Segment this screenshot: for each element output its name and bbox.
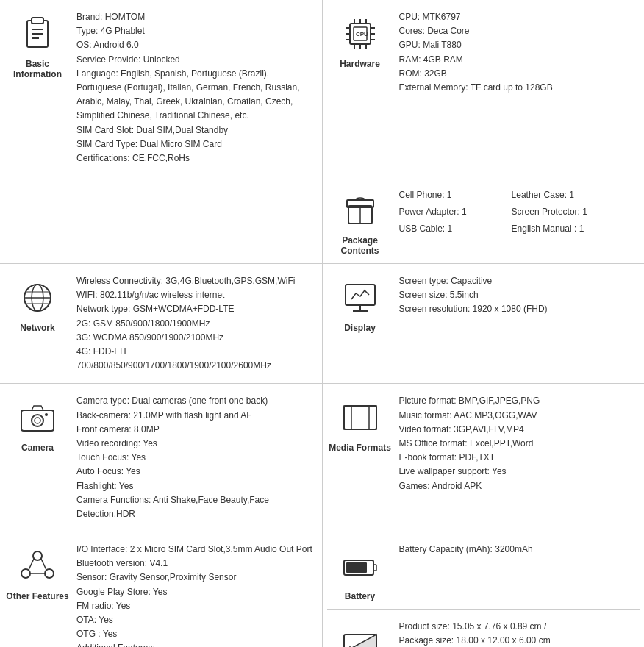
package-table: Cell Phone: 1Leather Case: 1Power Adapte… — [399, 187, 637, 238]
display-content: Screen type: CapacitiveScreen size: 5.5i… — [393, 271, 640, 376]
section-package: Package ContentsCell Phone: 1Leather Cas… — [0, 176, 644, 264]
svg-rect-36 — [344, 406, 351, 429]
battery-subsection: BatteryBattery Capacity (mAh): 3200mAh — [327, 540, 640, 610]
basic-info-content: Brand: HOMTOMType: 4G PhabletOS: Android… — [71, 7, 318, 168]
package-row: Power Adapter: 1Screen Protector: 1 — [399, 204, 637, 221]
other-features-line: Additional Features: — [76, 641, 315, 647]
hardware-line: GPU: Mali T880 — [399, 38, 637, 52]
dimensions-icon-area: Dimensions and Weight — [327, 617, 393, 647]
svg-point-48 — [45, 569, 54, 578]
network-line: Wireless Connectivity: 3G,4G,Bluetooth,G… — [76, 274, 315, 288]
other-features-label: Other Features — [6, 591, 68, 601]
media-section: Media FormatsPicture format: BMP,GIF,JPE… — [323, 384, 645, 532]
camera-line: Touch Focus: Yes — [76, 451, 315, 465]
svg-point-34 — [45, 413, 48, 416]
dimensions-line: Package size: 18.00 x 12.00 x 6.00 cm — [399, 634, 637, 647]
camera-label: Camera — [21, 443, 54, 453]
other-features-line: OTA: Yes — [76, 613, 315, 627]
basic-info-line: Certifications: CE,FCC,RoHs — [76, 151, 315, 165]
hardware-section: CPU HardwareCPU: MTK6797Cores: Deca Core… — [323, 0, 645, 176]
display-line: Screen resolution: 1920 x 1080 (FHD) — [399, 302, 637, 316]
other-features-section: Other FeaturesI/O Interface: 2 x Micro S… — [0, 532, 323, 647]
svg-point-32 — [32, 415, 43, 426]
hardware-icon-area: CPU Hardware — [327, 7, 393, 168]
display-line: Screen size: 5.5inch — [399, 288, 637, 302]
section-network-display: NetworkWireless Connectivity: 3G,4G,Blue… — [0, 264, 644, 384]
other-features-line: Bluetooth version: V4.1 — [76, 557, 315, 571]
camera-line: Video recording: Yes — [76, 437, 315, 451]
hardware-line: Cores: Deca Core — [399, 24, 637, 38]
camera-line: Camera Functions: Anti Shake,Face Beauty… — [76, 493, 315, 521]
other-features-line: Sensor: Gravity Sensor,Proximity Sensor — [76, 571, 315, 585]
other-features-line: Google Play Store: Yes — [76, 585, 315, 599]
package-cell: English Manual : 1 — [512, 221, 637, 237]
other-features-icon-area: Other Features — [4, 540, 71, 647]
package-cell: Cell Phone: 1 — [399, 187, 512, 204]
battery-icon-area: Battery — [327, 540, 393, 601]
basic-info-label: Basic Information — [4, 59, 71, 79]
svg-line-49 — [29, 559, 34, 570]
network-label: Network — [20, 323, 54, 333]
network-line: 3G: WCDMA 850/900/1900/2100MHz — [76, 331, 315, 345]
package-cell: Leather Case: 1 — [512, 187, 637, 204]
package-label: Package Contents — [327, 235, 393, 256]
svg-point-33 — [35, 418, 40, 423]
dimensions-line: Product size: 15.05 x 7.76 x 0.89 cm / — [399, 620, 637, 634]
svg-line-50 — [41, 559, 46, 570]
svg-marker-56 — [344, 635, 376, 647]
media-line: E-book format: PDF,TXT — [399, 451, 637, 465]
camera-icon-area: Camera — [4, 391, 71, 524]
package-empty-left — [0, 176, 323, 263]
dimensions-content: Product size: 15.05 x 7.76 x 0.89 cm /Pa… — [393, 617, 640, 647]
basic-info-line: Brand: HOMTOM — [76, 10, 315, 24]
camera-section: CameraCamera type: Dual cameras (one fro… — [0, 384, 323, 532]
display-line: Screen type: Capacitive — [399, 274, 637, 288]
section-basic-hardware: Basic InformationBrand: HOMTOMType: 4G P… — [0, 0, 644, 176]
battery-label: Battery — [345, 591, 375, 601]
package-cell: Screen Protector: 1 — [512, 204, 637, 221]
svg-rect-31 — [21, 410, 54, 431]
package-icon-area: Package Contents — [327, 184, 393, 256]
hardware-line: External Memory: TF card up to 128GB — [399, 81, 637, 95]
package-content: Cell Phone: 1Leather Case: 1Power Adapte… — [393, 184, 640, 256]
camera-content: Camera type: Dual cameras (one front one… — [71, 391, 318, 524]
hardware-line: RAM: 4GB RAM — [399, 53, 637, 67]
network-line: 4G: FDD-LTE 700/800/850/900/1700/1800/19… — [76, 345, 315, 373]
network-line: WIFI: 802.11b/g/n/ac wireless internet — [76, 288, 315, 302]
media-label: Media Formats — [329, 443, 391, 453]
section-camera-media: CameraCamera type: Dual cameras (one fro… — [0, 384, 644, 532]
network-icon-area: Network — [4, 271, 71, 376]
package-cell: Power Adapter: 1 — [399, 204, 512, 221]
other-features-line: OTG : Yes — [76, 627, 315, 641]
svg-rect-28 — [346, 285, 375, 305]
display-section: DisplayScreen type: CapacitiveScreen siz… — [323, 264, 645, 383]
network-content: Wireless Connectivity: 3G,4G,Bluetooth,G… — [71, 271, 318, 376]
hardware-content: CPU: MTK6797Cores: Deca CoreGPU: Mali T8… — [393, 7, 640, 168]
camera-line: Camera type: Dual cameras (one front one… — [76, 394, 315, 408]
display-icon-area: Display — [327, 271, 393, 376]
media-icon-area: Media Formats — [327, 391, 393, 524]
basic-info-line: SIM Card Slot: Dual SIM,Dual Standby — [76, 124, 315, 137]
media-content: Picture format: BMP,GIF,JPEG,PNGMusic fo… — [393, 391, 640, 524]
media-line: Live wallpaper support: Yes — [399, 465, 637, 479]
package-section: Package ContentsCell Phone: 1Leather Cas… — [323, 176, 645, 263]
battery-content: Battery Capacity (mAh): 3200mAh — [393, 540, 640, 601]
other-features-content: I/O Interface: 2 x Micro SIM Card Slot,3… — [71, 540, 318, 647]
camera-line: Auto Focus: Yes — [76, 465, 315, 479]
camera-line: Front camera: 8.0MP — [76, 423, 315, 437]
camera-line: Back-camera: 21.0MP with flash light and… — [76, 409, 315, 423]
svg-point-46 — [33, 551, 42, 560]
other-features-line: I/O Interface: 2 x Micro SIM Card Slot,3… — [76, 543, 315, 557]
basic-info-icon-area: Basic Information — [4, 7, 71, 168]
basic-info-line: Language: English, Spanish, Portuguese (… — [76, 67, 315, 124]
basic-info-line: Service Provide: Unlocked — [76, 53, 315, 67]
svg-rect-37 — [369, 406, 376, 429]
svg-rect-54 — [346, 562, 367, 573]
dimensions-subsection: Dimensions and WeightProduct size: 15.05… — [327, 610, 640, 647]
battery-line: Battery Capacity (mAh): 3200mAh — [399, 543, 637, 557]
media-line: Music format: AAC,MP3,OGG,WAV — [399, 409, 637, 423]
hardware-label: Hardware — [340, 59, 380, 69]
media-line: MS Office format: Excel,PPT,Word — [399, 437, 637, 451]
media-line: Picture format: BMP,GIF,JPEG,PNG — [399, 394, 637, 408]
svg-point-47 — [21, 569, 30, 578]
